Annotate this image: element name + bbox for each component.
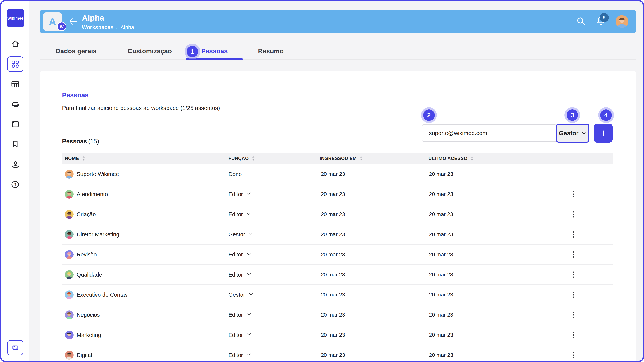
person-avatar-illustration — [65, 210, 74, 219]
tab-resumo[interactable]: Resumo — [258, 47, 284, 55]
chevron-down-icon — [247, 353, 251, 356]
layers-icon[interactable] — [11, 100, 20, 109]
last-access-date: 20 mar 23 — [429, 191, 453, 197]
row-menu-button[interactable] — [572, 290, 576, 299]
workspace-type-badge: w — [57, 22, 66, 31]
sidebar-console-button[interactable] — [7, 340, 24, 355]
tab-dados-gerais[interactable]: Dados gerais — [56, 47, 96, 55]
row-menu-button[interactable] — [572, 230, 576, 239]
person-avatar-illustration — [65, 170, 74, 179]
member-avatar — [65, 290, 74, 299]
joined-date: 20 mar 23 — [321, 252, 345, 258]
search-button[interactable] — [576, 16, 586, 27]
member-name: Atendimento — [77, 191, 108, 197]
breadcrumb-workspaces-link[interactable]: Workspaces — [82, 24, 113, 30]
table-row: AtendimentoEditor20 mar 2320 mar 23 — [62, 184, 612, 204]
help-icon[interactable]: ? — [11, 180, 20, 189]
people-list-title: Pessoas — [62, 138, 87, 145]
row-menu-button[interactable] — [572, 351, 576, 359]
row-menu-button[interactable] — [572, 210, 576, 219]
member-avatar — [65, 351, 74, 360]
invite-role-value: Gestor — [559, 130, 578, 137]
notebook-icon[interactable] — [11, 120, 20, 128]
column-header-role[interactable]: FUNÇÃO — [228, 156, 255, 161]
people-table: NOME FUNÇÃO INGRESSOU EM ÚLTIMO ACESSO — [62, 153, 612, 362]
joined-date: 20 mar 23 — [321, 352, 345, 358]
notification-count-badge: 9 — [600, 13, 609, 22]
member-avatar — [65, 170, 74, 179]
last-access-date: 20 mar 23 — [429, 332, 453, 338]
home-icon[interactable] — [11, 39, 20, 48]
section-heading: Pessoas — [62, 91, 88, 99]
row-menu-button[interactable] — [572, 270, 576, 279]
tab-customizacao[interactable]: Customização — [128, 47, 172, 55]
joined-date: 20 mar 23 — [321, 292, 345, 298]
joined-date: 20 mar 23 — [321, 231, 345, 238]
person-avatar-illustration — [65, 270, 74, 279]
chevron-down-icon — [247, 192, 251, 195]
wikimee-logo[interactable]: wikimee — [7, 9, 24, 27]
person-avatar-illustration — [65, 331, 74, 340]
member-role-select[interactable]: Editor — [228, 251, 251, 258]
member-name: Qualidade — [77, 271, 102, 278]
tab-pessoas[interactable]: Pessoas — [201, 47, 228, 55]
joined-date: 20 mar 23 — [321, 332, 345, 338]
member-role-select[interactable]: Editor — [228, 271, 251, 278]
person-avatar-illustration — [65, 290, 74, 299]
annotation-badge-2: 2 — [423, 109, 435, 121]
notifications-button[interactable]: 9 — [596, 16, 606, 27]
board-icon[interactable] — [11, 80, 20, 89]
last-access-date: 20 mar 23 — [429, 252, 453, 258]
member-avatar — [65, 331, 74, 340]
sort-icon — [252, 156, 255, 161]
chevron-down-icon — [249, 233, 253, 235]
column-header-joined[interactable]: INGRESSOU EM — [320, 156, 363, 161]
member-role-select[interactable]: Editor — [228, 352, 251, 358]
back-button[interactable] — [68, 17, 78, 26]
joined-date: 20 mar 23 — [321, 171, 345, 177]
annotation-badge-4: 4 — [600, 109, 612, 121]
member-name: Suporte Wikimee — [77, 171, 119, 177]
invite-email-input[interactable] — [422, 124, 556, 142]
member-avatar — [65, 230, 74, 239]
annotation-badge-1: 1 — [187, 46, 198, 57]
member-role-select[interactable]: Gestor — [228, 292, 253, 298]
column-header-last-access[interactable]: ÚLTIMO ACESSO — [428, 156, 474, 161]
chevron-down-icon — [247, 273, 251, 275]
workspace-tabs: Dados gerais Customização Pessoas Resumo — [40, 41, 636, 60]
row-menu-button[interactable] — [572, 190, 576, 198]
bookmark-icon[interactable] — [11, 139, 20, 148]
column-header-name[interactable]: NOME — [65, 156, 85, 161]
member-avatar — [65, 250, 74, 259]
row-menu-button[interactable] — [572, 311, 576, 319]
last-access-date: 20 mar 23 — [429, 231, 453, 238]
add-person-button[interactable]: + — [594, 124, 612, 142]
row-menu-button[interactable] — [572, 250, 576, 259]
row-menu-button[interactable] — [572, 331, 576, 339]
member-role-select[interactable]: Editor — [228, 191, 251, 197]
breadcrumb: Workspaces › Alpha — [82, 24, 134, 30]
member-role-select[interactable]: Gestor — [228, 231, 253, 238]
sidebar-item-workspaces[interactable] — [7, 56, 24, 72]
member-name: Criação — [77, 211, 96, 217]
user-icon[interactable] — [11, 160, 20, 169]
joined-date: 20 mar 23 — [321, 272, 345, 278]
last-access-date: 20 mar 23 — [429, 352, 453, 358]
member-name: Negócios — [77, 312, 100, 318]
table-row: Suporte WikimeeDono20 mar 2320 mar 23 — [62, 164, 612, 184]
breadcrumb-current: Alpha — [120, 24, 134, 30]
app-window: wikimee ? — [0, 0, 644, 362]
last-access-date: 20 mar 23 — [429, 171, 453, 177]
member-role-select[interactable]: Editor — [228, 211, 251, 217]
member-role-select[interactable]: Editor — [228, 312, 251, 318]
chevron-down-icon — [247, 253, 251, 255]
member-name: Marketing — [77, 332, 101, 338]
sidebar: wikimee ? — [1, 1, 29, 361]
user-avatar[interactable] — [616, 15, 628, 28]
chevron-down-icon — [249, 293, 253, 295]
person-avatar-illustration — [616, 15, 628, 28]
invite-role-select[interactable]: Gestor — [556, 124, 589, 142]
search-icon — [576, 16, 586, 26]
member-role-select[interactable]: Editor — [228, 332, 251, 338]
section-subtitle: Para finalizar adicione pessoas ao works… — [62, 105, 220, 111]
